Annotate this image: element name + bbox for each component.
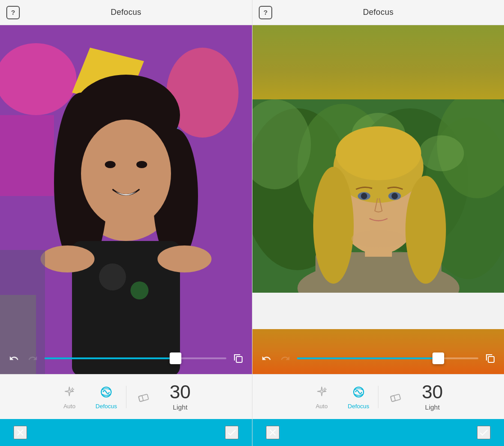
right-defocus-icon-container — [351, 384, 367, 400]
left-cancel-button[interactable] — [14, 426, 27, 439]
right-slider-container — [252, 343, 504, 374]
right-undo-icon — [261, 353, 271, 363]
svg-point-12 — [136, 161, 147, 168]
svg-point-15 — [130, 281, 148, 299]
svg-rect-49 — [391, 395, 396, 401]
right-light-icon-container — [387, 389, 404, 405]
left-cancel-icon — [15, 427, 26, 438]
right-tool-light[interactable] — [378, 389, 413, 405]
left-number-value: 30 — [170, 383, 191, 401]
right-confirm-button[interactable] — [477, 426, 490, 439]
svg-point-39 — [405, 176, 446, 284]
right-image-area — [252, 25, 504, 374]
svg-point-43 — [361, 193, 367, 199]
svg-rect-46 — [488, 357, 494, 362]
left-number-item: 30 Light — [161, 383, 200, 411]
left-redo-icon — [28, 353, 38, 363]
right-slider-thumb[interactable] — [432, 352, 444, 364]
right-redo-icon — [280, 353, 290, 363]
right-number-value: 30 — [422, 383, 443, 401]
svg-rect-48 — [391, 394, 400, 401]
right-number-label: Light — [425, 403, 440, 411]
svg-point-10 — [81, 120, 171, 227]
right-undo-button[interactable] — [259, 351, 274, 366]
left-undo-icon — [9, 353, 19, 363]
right-defocus-label: Defocus — [348, 403, 369, 410]
svg-point-14 — [99, 263, 126, 290]
right-confirm-icon — [478, 427, 489, 438]
right-photo — [252, 25, 504, 374]
left-undo-button[interactable] — [7, 351, 21, 366]
left-confirm-button[interactable] — [225, 426, 238, 439]
right-eraser-icon — [389, 391, 402, 403]
left-tool-defocus[interactable]: Defocus — [86, 384, 126, 410]
svg-point-16 — [40, 245, 94, 272]
right-toolbar: Auto Defocus 30 — [252, 374, 504, 419]
left-bg-art — [0, 25, 252, 374]
right-defocus-icon — [352, 385, 365, 399]
left-header: ? Defocus — [0, 0, 252, 25]
left-defocus-icon — [99, 385, 113, 399]
svg-rect-22 — [139, 394, 148, 401]
left-help-button[interactable]: ? — [6, 6, 20, 19]
right-number-item: 30 Light — [413, 383, 452, 411]
svg-rect-20 — [236, 357, 242, 362]
svg-rect-23 — [139, 395, 144, 401]
right-copy-icon — [485, 353, 495, 364]
right-header: ? Defocus — [252, 0, 504, 25]
left-sparkle-icon — [63, 386, 76, 398]
left-copy-button[interactable] — [231, 351, 245, 366]
left-slider-track — [45, 357, 226, 359]
left-slider-container — [0, 343, 252, 374]
left-image-area — [0, 25, 252, 374]
left-auto-icon — [61, 384, 77, 400]
left-title: Defocus — [111, 8, 141, 17]
right-redo-button[interactable] — [278, 351, 292, 366]
right-slider-track — [297, 357, 478, 359]
right-portrait-container — [252, 99, 504, 293]
right-bokeh-top — [252, 25, 504, 102]
right-slider-track-container[interactable] — [297, 357, 478, 360]
svg-point-44 — [392, 193, 398, 199]
right-panel: ? Defocus — [252, 0, 504, 446]
svg-point-40 — [336, 126, 421, 180]
left-tool-auto[interactable]: Auto — [52, 384, 86, 410]
right-portrait-svg — [252, 99, 504, 293]
right-cancel-icon — [267, 427, 278, 438]
right-bottom-bar — [252, 419, 504, 446]
svg-point-32 — [419, 135, 464, 171]
right-title: Defocus — [363, 8, 393, 17]
left-copy-icon — [233, 353, 243, 364]
left-auto-label: Auto — [63, 403, 76, 410]
svg-point-11 — [105, 161, 116, 168]
right-auto-icon — [314, 384, 330, 400]
left-slider-track-container[interactable] — [45, 357, 226, 360]
right-sparkle-icon — [315, 386, 328, 398]
left-defocus-label: Defocus — [95, 403, 117, 410]
left-eraser-icon — [137, 391, 150, 403]
left-slider-thumb[interactable] — [170, 352, 181, 364]
left-photo — [0, 25, 252, 374]
right-help-button[interactable]: ? — [259, 6, 272, 19]
left-number-label: Light — [173, 403, 188, 411]
svg-rect-4 — [0, 115, 54, 196]
left-panel: ? Defocus — [0, 0, 252, 446]
left-bottom-bar — [0, 419, 252, 446]
left-defocus-icon-container — [98, 384, 114, 400]
left-redo-button[interactable] — [26, 351, 40, 366]
left-toolbar: Auto Defocus 30 — [0, 374, 252, 419]
right-slider-fill — [297, 357, 438, 359]
svg-point-45 — [351, 230, 405, 248]
right-tool-auto[interactable]: Auto — [305, 384, 339, 410]
right-cancel-button[interactable] — [266, 426, 279, 439]
left-confirm-icon — [226, 427, 237, 438]
svg-point-17 — [158, 245, 212, 272]
right-auto-label: Auto — [315, 403, 328, 410]
svg-point-38 — [313, 167, 354, 284]
right-copy-button[interactable] — [483, 351, 497, 366]
right-tool-defocus[interactable]: Defocus — [339, 384, 378, 410]
left-tool-light[interactable] — [126, 389, 161, 405]
left-light-icon-container — [135, 389, 152, 405]
left-slider-fill — [45, 357, 176, 359]
